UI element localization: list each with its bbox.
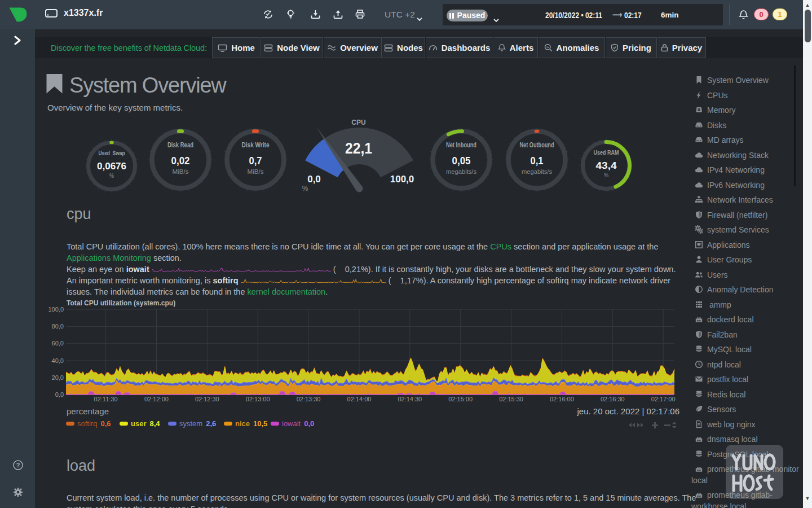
svg-text:02:13:00: 02:13:00: [246, 396, 270, 402]
svg-text:80,0: 80,0: [52, 323, 64, 330]
svg-text:02:14:30: 02:14:30: [398, 396, 422, 402]
svg-text:20,0: 20,0: [52, 374, 64, 381]
svg-text:Total CPU utilization (system.: Total CPU utilization (system.cpu): [67, 299, 175, 307]
svg-text:02:16:30: 02:16:30: [601, 396, 625, 402]
svg-text:0,0: 0,0: [55, 391, 64, 398]
svg-text:02:13:30: 02:13:30: [297, 396, 321, 402]
svg-text:02:16:00: 02:16:00: [550, 396, 574, 402]
svg-text:40,0: 40,0: [52, 357, 64, 364]
svg-text:02:15:00: 02:15:00: [448, 396, 473, 402]
svg-text:100,0: 100,0: [48, 306, 64, 313]
svg-text:02:17:00: 02:17:00: [651, 396, 676, 402]
svg-text:60,0: 60,0: [52, 340, 64, 347]
svg-text:02:12:00: 02:12:00: [144, 396, 169, 402]
svg-text:02:15:30: 02:15:30: [499, 396, 523, 402]
svg-text:?: ?: [16, 462, 20, 468]
svg-text:02:11:30: 02:11:30: [94, 396, 118, 402]
svg-text:02:12:30: 02:12:30: [195, 396, 219, 402]
svg-text:02:14:00: 02:14:00: [347, 396, 372, 402]
